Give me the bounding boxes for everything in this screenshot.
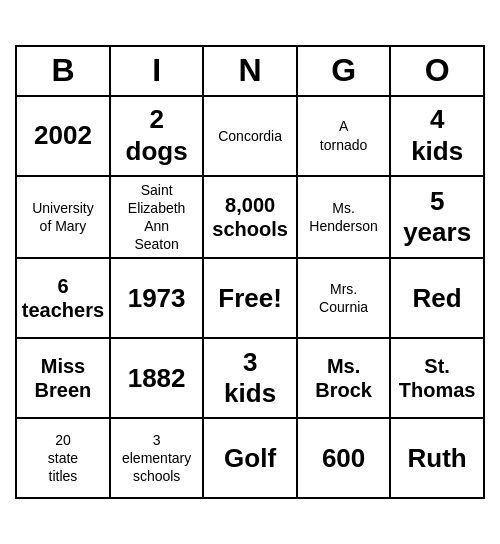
- bingo-cell-r3-c4: St.Thomas: [390, 338, 484, 418]
- header-col-o: O: [390, 46, 484, 96]
- bingo-cell-r2-c1: 1973: [110, 258, 203, 338]
- bingo-cell-r1-c3: Ms.Henderson: [297, 176, 390, 259]
- bingo-cell-r1-c0: Universityof Mary: [16, 176, 110, 259]
- bingo-cell-r0-c2: Concordia: [203, 96, 297, 176]
- bingo-cell-r3-c1: 1882: [110, 338, 203, 418]
- bingo-cell-r0-c0: 2002: [16, 96, 110, 176]
- bingo-card: BINGO 20022dogsConcordiaAtornado4kidsUni…: [15, 45, 485, 500]
- bingo-row-1: Universityof MarySaintElizabethAnnSeaton…: [16, 176, 484, 259]
- bingo-cell-r2-c2: Free!: [203, 258, 297, 338]
- header-col-i: I: [110, 46, 203, 96]
- bingo-cell-r3-c0: MissBreen: [16, 338, 110, 418]
- bingo-cell-r1-c4: 5years: [390, 176, 484, 259]
- bingo-cell-r2-c3: Mrs.Cournia: [297, 258, 390, 338]
- bingo-row-2: 6teachers1973Free!Mrs.CourniaRed: [16, 258, 484, 338]
- bingo-cell-r0-c4: 4kids: [390, 96, 484, 176]
- bingo-cell-r4-c0: 20statetitles: [16, 418, 110, 498]
- bingo-cell-r4-c1: 3elementaryschools: [110, 418, 203, 498]
- bingo-cell-r3-c3: Ms.Brock: [297, 338, 390, 418]
- bingo-row-3: MissBreen18823kidsMs.BrockSt.Thomas: [16, 338, 484, 418]
- header-col-g: G: [297, 46, 390, 96]
- header-col-b: B: [16, 46, 110, 96]
- bingo-cell-r4-c4: Ruth: [390, 418, 484, 498]
- header-col-n: N: [203, 46, 297, 96]
- bingo-cell-r3-c2: 3kids: [203, 338, 297, 418]
- bingo-row-4: 20statetitles3elementaryschoolsGolf600Ru…: [16, 418, 484, 498]
- bingo-cell-r2-c4: Red: [390, 258, 484, 338]
- bingo-cell-r0-c3: Atornado: [297, 96, 390, 176]
- bingo-cell-r0-c1: 2dogs: [110, 96, 203, 176]
- bingo-cell-r4-c2: Golf: [203, 418, 297, 498]
- bingo-cell-r4-c3: 600: [297, 418, 390, 498]
- bingo-cell-r1-c1: SaintElizabethAnnSeaton: [110, 176, 203, 259]
- bingo-row-0: 20022dogsConcordiaAtornado4kids: [16, 96, 484, 176]
- header-row: BINGO: [16, 46, 484, 96]
- bingo-cell-r1-c2: 8,000schools: [203, 176, 297, 259]
- bingo-cell-r2-c0: 6teachers: [16, 258, 110, 338]
